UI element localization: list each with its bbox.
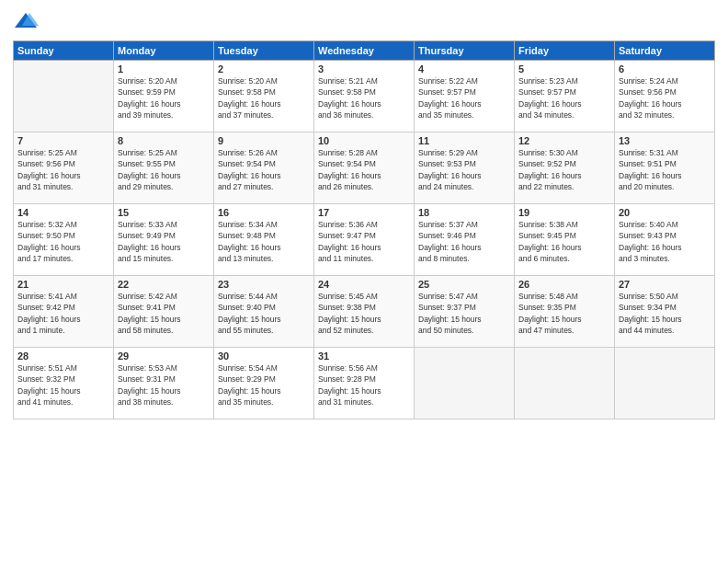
day-number: 7 xyxy=(17,135,109,146)
week-row-4: 21Sunrise: 5:41 AM Sunset: 9:42 PM Dayli… xyxy=(14,276,715,348)
day-number: 27 xyxy=(619,279,711,290)
day-info: Sunrise: 5:38 AM Sunset: 9:45 PM Dayligh… xyxy=(518,219,610,264)
day-number: 19 xyxy=(518,207,610,218)
day-info: Sunrise: 5:36 AM Sunset: 9:47 PM Dayligh… xyxy=(318,219,410,264)
day-info: Sunrise: 5:40 AM Sunset: 9:43 PM Dayligh… xyxy=(619,219,711,264)
col-header-sunday: Sunday xyxy=(14,41,114,61)
day-number: 12 xyxy=(518,135,610,146)
header xyxy=(13,9,715,35)
day-info: Sunrise: 5:33 AM Sunset: 9:49 PM Dayligh… xyxy=(118,219,210,264)
week-row-3: 14Sunrise: 5:32 AM Sunset: 9:50 PM Dayli… xyxy=(14,204,715,276)
day-number: 1 xyxy=(118,63,210,75)
col-header-wednesday: Wednesday xyxy=(314,41,415,61)
calendar-cell: 16Sunrise: 5:34 AM Sunset: 9:48 PM Dayli… xyxy=(214,204,314,276)
calendar-cell: 5Sunrise: 5:23 AM Sunset: 9:57 PM Daylig… xyxy=(515,61,615,132)
calendar-cell: 8Sunrise: 5:25 AM Sunset: 9:55 PM Daylig… xyxy=(114,132,214,204)
calendar-cell: 31Sunrise: 5:56 AM Sunset: 9:28 PM Dayli… xyxy=(314,348,415,419)
day-number: 30 xyxy=(218,350,310,362)
calendar-cell: 3Sunrise: 5:21 AM Sunset: 9:58 PM Daylig… xyxy=(314,61,415,132)
calendar-cell: 21Sunrise: 5:41 AM Sunset: 9:42 PM Dayli… xyxy=(14,276,114,348)
day-info: Sunrise: 5:37 AM Sunset: 9:46 PM Dayligh… xyxy=(418,219,510,264)
week-row-2: 7Sunrise: 5:25 AM Sunset: 9:56 PM Daylig… xyxy=(14,132,715,204)
day-info: Sunrise: 5:30 AM Sunset: 9:52 PM Dayligh… xyxy=(518,147,610,192)
logo xyxy=(13,9,42,35)
day-number: 22 xyxy=(118,279,210,290)
day-info: Sunrise: 5:53 AM Sunset: 9:31 PM Dayligh… xyxy=(118,362,210,408)
calendar-cell: 2Sunrise: 5:20 AM Sunset: 9:58 PM Daylig… xyxy=(214,61,314,132)
col-header-friday: Friday xyxy=(515,41,615,61)
day-number: 15 xyxy=(118,207,210,218)
day-number: 4 xyxy=(418,63,510,75)
calendar-cell: 10Sunrise: 5:28 AM Sunset: 9:54 PM Dayli… xyxy=(314,132,415,204)
day-info: Sunrise: 5:41 AM Sunset: 9:42 PM Dayligh… xyxy=(17,291,109,336)
day-info: Sunrise: 5:28 AM Sunset: 9:54 PM Dayligh… xyxy=(318,147,410,192)
day-number: 25 xyxy=(418,279,510,290)
day-number: 14 xyxy=(17,207,109,218)
day-number: 2 xyxy=(218,63,310,75)
day-number: 28 xyxy=(17,350,109,362)
logo-icon xyxy=(13,9,39,35)
day-number: 3 xyxy=(318,63,410,75)
day-info: Sunrise: 5:20 AM Sunset: 9:58 PM Dayligh… xyxy=(218,75,310,121)
day-info: Sunrise: 5:44 AM Sunset: 9:40 PM Dayligh… xyxy=(218,291,310,336)
day-number: 26 xyxy=(518,279,610,290)
calendar-cell xyxy=(14,61,114,132)
day-info: Sunrise: 5:22 AM Sunset: 9:57 PM Dayligh… xyxy=(418,75,510,121)
day-info: Sunrise: 5:25 AM Sunset: 9:56 PM Dayligh… xyxy=(17,147,109,192)
day-info: Sunrise: 5:47 AM Sunset: 9:37 PM Dayligh… xyxy=(418,291,510,336)
day-info: Sunrise: 5:45 AM Sunset: 9:38 PM Dayligh… xyxy=(318,291,410,336)
calendar-cell xyxy=(515,348,615,419)
calendar-cell: 1Sunrise: 5:20 AM Sunset: 9:59 PM Daylig… xyxy=(114,61,214,132)
calendar-cell: 25Sunrise: 5:47 AM Sunset: 9:37 PM Dayli… xyxy=(415,276,515,348)
day-info: Sunrise: 5:56 AM Sunset: 9:28 PM Dayligh… xyxy=(318,362,410,408)
day-info: Sunrise: 5:32 AM Sunset: 9:50 PM Dayligh… xyxy=(17,219,109,264)
day-number: 31 xyxy=(318,350,410,362)
day-number: 23 xyxy=(218,279,310,290)
day-info: Sunrise: 5:23 AM Sunset: 9:57 PM Dayligh… xyxy=(518,75,610,121)
day-info: Sunrise: 5:54 AM Sunset: 9:29 PM Dayligh… xyxy=(218,362,310,408)
calendar-cell: 9Sunrise: 5:26 AM Sunset: 9:54 PM Daylig… xyxy=(214,132,314,204)
day-info: Sunrise: 5:31 AM Sunset: 9:51 PM Dayligh… xyxy=(619,147,711,192)
col-header-tuesday: Tuesday xyxy=(214,41,314,61)
day-number: 21 xyxy=(17,279,109,290)
calendar-cell: 12Sunrise: 5:30 AM Sunset: 9:52 PM Dayli… xyxy=(515,132,615,204)
calendar-cell xyxy=(415,348,515,419)
calendar-cell xyxy=(615,348,715,419)
day-number: 18 xyxy=(418,207,510,218)
calendar-cell: 4Sunrise: 5:22 AM Sunset: 9:57 PM Daylig… xyxy=(415,61,515,132)
week-row-1: 1Sunrise: 5:20 AM Sunset: 9:59 PM Daylig… xyxy=(14,61,715,132)
calendar-cell: 14Sunrise: 5:32 AM Sunset: 9:50 PM Dayli… xyxy=(14,204,114,276)
calendar-cell: 29Sunrise: 5:53 AM Sunset: 9:31 PM Dayli… xyxy=(114,348,214,419)
day-number: 8 xyxy=(118,135,210,146)
calendar-cell: 30Sunrise: 5:54 AM Sunset: 9:29 PM Dayli… xyxy=(214,348,314,419)
day-info: Sunrise: 5:34 AM Sunset: 9:48 PM Dayligh… xyxy=(218,219,310,264)
day-number: 10 xyxy=(318,135,410,146)
day-number: 20 xyxy=(619,207,711,218)
calendar-cell: 6Sunrise: 5:24 AM Sunset: 9:56 PM Daylig… xyxy=(615,61,715,132)
calendar-cell: 19Sunrise: 5:38 AM Sunset: 9:45 PM Dayli… xyxy=(515,204,615,276)
col-header-saturday: Saturday xyxy=(615,41,715,61)
day-info: Sunrise: 5:24 AM Sunset: 9:56 PM Dayligh… xyxy=(619,75,711,121)
day-info: Sunrise: 5:50 AM Sunset: 9:34 PM Dayligh… xyxy=(619,291,711,336)
calendar-cell: 26Sunrise: 5:48 AM Sunset: 9:35 PM Dayli… xyxy=(515,276,615,348)
day-number: 16 xyxy=(218,207,310,218)
calendar-cell: 17Sunrise: 5:36 AM Sunset: 9:47 PM Dayli… xyxy=(314,204,415,276)
day-info: Sunrise: 5:42 AM Sunset: 9:41 PM Dayligh… xyxy=(118,291,210,336)
day-number: 9 xyxy=(218,135,310,146)
day-info: Sunrise: 5:20 AM Sunset: 9:59 PM Dayligh… xyxy=(118,75,210,121)
day-number: 24 xyxy=(318,279,410,290)
calendar-cell: 22Sunrise: 5:42 AM Sunset: 9:41 PM Dayli… xyxy=(114,276,214,348)
day-info: Sunrise: 5:21 AM Sunset: 9:58 PM Dayligh… xyxy=(318,75,410,121)
day-number: 11 xyxy=(418,135,510,146)
day-number: 13 xyxy=(619,135,711,146)
calendar-cell: 27Sunrise: 5:50 AM Sunset: 9:34 PM Dayli… xyxy=(615,276,715,348)
day-number: 6 xyxy=(619,63,711,75)
col-header-thursday: Thursday xyxy=(415,41,515,61)
week-row-5: 28Sunrise: 5:51 AM Sunset: 9:32 PM Dayli… xyxy=(14,348,715,419)
day-number: 5 xyxy=(518,63,610,75)
calendar-cell: 11Sunrise: 5:29 AM Sunset: 9:53 PM Dayli… xyxy=(415,132,515,204)
day-number: 17 xyxy=(318,207,410,218)
page: SundayMondayTuesdayWednesdayThursdayFrid… xyxy=(0,0,728,563)
calendar-cell: 24Sunrise: 5:45 AM Sunset: 9:38 PM Dayli… xyxy=(314,276,415,348)
calendar-cell: 7Sunrise: 5:25 AM Sunset: 9:56 PM Daylig… xyxy=(14,132,114,204)
